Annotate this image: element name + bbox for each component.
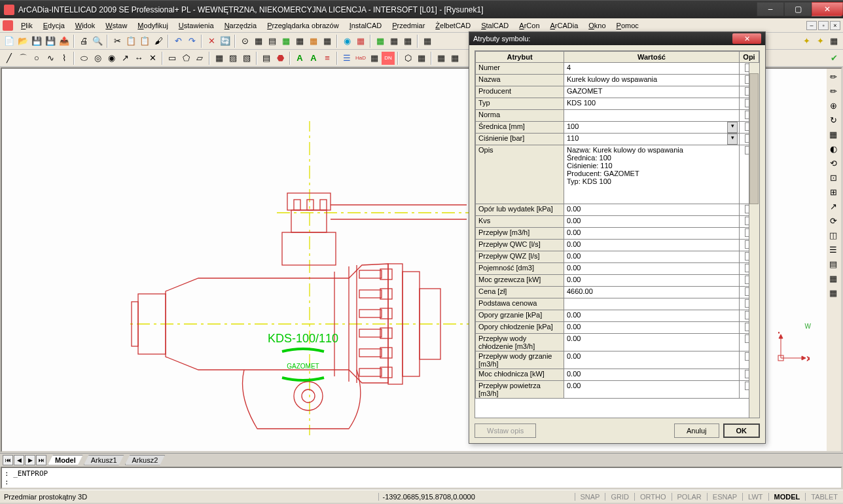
undo-icon[interactable]: ↶ [171, 35, 185, 48]
attr-value-cell[interactable]: 0.00 [564, 275, 740, 287]
print-icon[interactable]: 🖨 [77, 35, 90, 48]
command-line[interactable]: : _ENTPROP : [1, 467, 842, 489]
insert-description-button[interactable]: Wstaw opis [475, 423, 536, 438]
menu-przedmiar[interactable]: Przedmiar [387, 20, 430, 31]
attr-value-cell[interactable]: 0.00 [564, 204, 740, 216]
rtool-12-icon[interactable]: ◫ [827, 228, 840, 242]
doc-minimize-button[interactable]: – [806, 21, 817, 30]
attr-value-cell[interactable]: 0.00 [564, 381, 740, 399]
attr-value-cell[interactable]: Nazwa: Kurek kulowy do wspawania Średnic… [564, 145, 740, 204]
menu-ustawienia[interactable]: Ustawienia [173, 20, 219, 31]
col-value[interactable]: Wartość [564, 52, 740, 63]
tool-right-3-icon[interactable]: ▦ [827, 35, 840, 48]
menu-modyfikuj[interactable]: Modyfikuj [132, 20, 173, 31]
doc-close-button[interactable]: × [830, 21, 840, 30]
tool-right-1-icon[interactable]: ✦ [800, 35, 813, 48]
attr-value-cell[interactable]: 0.00 [564, 334, 740, 351]
maximize-button[interactable]: ▢ [784, 2, 812, 16]
symbol-b-icon[interactable]: ▦ [415, 52, 428, 65]
xline-icon[interactable]: ↔ [132, 52, 145, 65]
rtool-10-icon[interactable]: ↗ [827, 200, 840, 213]
rtool-14-icon[interactable]: ▤ [827, 257, 840, 270]
tab-arkusz2[interactable]: Arkusz2 [125, 455, 166, 465]
poly-icon[interactable]: ⬠ [179, 52, 192, 65]
doc-restore-button[interactable]: ▫ [818, 21, 829, 30]
attr-value-cell[interactable]: 0.00 [564, 251, 740, 263]
tool-i-icon[interactable]: ▦ [354, 35, 367, 48]
rtool-9-icon[interactable]: ⊞ [827, 185, 840, 198]
menu-przegldarkaobrazw[interactable]: Przeglądarka obrazów [262, 20, 344, 31]
hatch-icon[interactable]: ▤ [260, 52, 273, 65]
open-icon[interactable]: 📂 [16, 35, 29, 48]
cancel-button[interactable]: Anuluj [674, 423, 719, 438]
tab-nav-next[interactable]: ▶ [25, 455, 35, 465]
ellipse-icon[interactable]: ⬭ [77, 52, 90, 65]
paste-icon[interactable]: 📋 [138, 35, 151, 48]
tool-k-icon[interactable]: ▦ [387, 35, 401, 48]
boundary-icon[interactable]: ▨ [226, 52, 240, 65]
ring-icon[interactable]: ◉ [105, 52, 118, 65]
rtool-5-icon[interactable]: ▦ [827, 128, 840, 141]
symbol-d-icon[interactable]: ▦ [448, 52, 461, 65]
ok-button[interactable]: OK [723, 423, 761, 438]
attr-value-cell[interactable]: 0.00 [564, 310, 740, 322]
attr-value-cell[interactable]: 0.00 [564, 369, 740, 381]
attr-value-cell[interactable] [564, 298, 740, 310]
dialog-close-button[interactable]: ✕ [732, 33, 761, 44]
attr-value-cell[interactable]: 0.00 [564, 228, 740, 240]
menu-instalcad[interactable]: InstalCAD [344, 20, 387, 31]
tool-j-icon[interactable]: ▦ [374, 35, 387, 48]
saveall-icon[interactable]: 💾 [44, 35, 57, 48]
preview-icon[interactable]: 🔍 [91, 35, 104, 48]
cut-icon[interactable]: ✂ [111, 35, 124, 48]
polyline-icon[interactable]: ⌇ [58, 52, 71, 65]
app-menu-icon[interactable] [3, 20, 13, 31]
rtool-2-icon[interactable]: ✏ [827, 84, 840, 98]
had-icon[interactable]: HaD [354, 52, 367, 65]
col-attribute[interactable]: Atrybut [476, 52, 564, 63]
status-toggle-tablet[interactable]: TABLET [805, 493, 843, 501]
dialog-titlebar[interactable]: Atrybuty symbolu: ✕ [469, 32, 765, 45]
attr-value-cell[interactable]: 4 [564, 63, 740, 75]
view-check-icon[interactable]: ✔ [827, 52, 840, 65]
export-icon[interactable]: 📤 [58, 35, 71, 48]
circle-icon[interactable]: ○ [30, 52, 43, 65]
rect-icon[interactable]: ▭ [166, 52, 179, 65]
attr-value-cell[interactable]: KDS 100 [564, 98, 740, 110]
rtool-8-icon[interactable]: ⊡ [827, 171, 840, 184]
menu-elbetcad[interactable]: ŻelbetCAD [430, 20, 476, 31]
save-icon[interactable]: 💾 [30, 35, 43, 48]
tool-right-2-icon[interactable]: ✦ [814, 35, 827, 48]
copy-icon[interactable]: 📋 [124, 35, 137, 48]
attr-value-cell[interactable]: 0.00 [564, 263, 740, 275]
attr-value-cell[interactable] [564, 110, 740, 122]
rtool-4-icon[interactable]: ↻ [827, 113, 840, 126]
tool-f-icon[interactable]: ▦ [307, 35, 320, 48]
cross-icon[interactable]: ✕ [146, 52, 159, 65]
status-toggle-ortho[interactable]: ORTHO [634, 493, 672, 501]
rtool-6-icon[interactable]: ◐ [827, 142, 840, 155]
menu-okno[interactable]: Okno [583, 20, 611, 31]
tab-arkusz1[interactable]: Arkusz1 [84, 455, 124, 465]
refresh-icon[interactable]: 🔄 [219, 35, 232, 48]
attr-value-cell[interactable]: GAZOMET [564, 86, 740, 98]
rtool-15-icon[interactable]: ▦ [827, 272, 840, 285]
tab-nav-last[interactable]: ⏭ [36, 455, 46, 465]
attr-value-cell[interactable]: 0.00 [564, 216, 740, 228]
menu-arcadia[interactable]: ArCADia [545, 20, 584, 31]
new-icon[interactable]: 📄 [3, 35, 16, 48]
menu-pomoc[interactable]: Pomoc [611, 20, 644, 31]
tool-b-icon[interactable]: ▦ [252, 35, 265, 48]
gradient-icon[interactable]: ⬣ [274, 52, 287, 65]
status-toggle-model[interactable]: MODEL [768, 493, 806, 501]
symbol-a-icon[interactable]: ⬡ [401, 52, 414, 65]
attr-value-cell[interactable]: 100 [564, 122, 740, 134]
menu-arcon[interactable]: ArCon [514, 20, 545, 31]
spline-icon[interactable]: ∿ [44, 52, 57, 65]
rtool-7-icon[interactable]: ⟲ [827, 156, 840, 170]
minimize-button[interactable]: – [757, 2, 784, 16]
region-icon[interactable]: ▦ [213, 52, 226, 65]
tool-a-icon[interactable]: ⊙ [238, 35, 251, 48]
status-toggle-snap[interactable]: SNAP [575, 493, 605, 501]
tab-model[interactable]: Model [48, 455, 83, 465]
